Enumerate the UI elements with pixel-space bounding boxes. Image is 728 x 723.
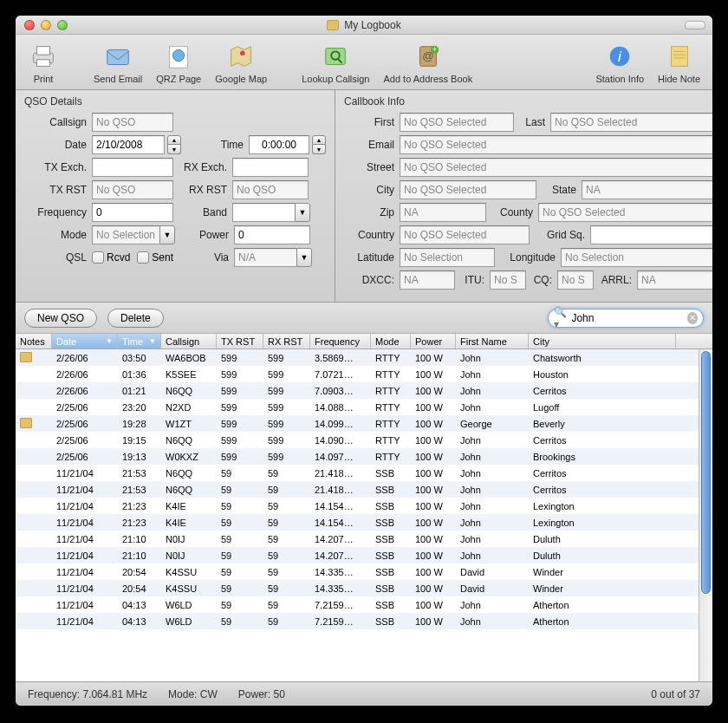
column-header[interactable]: TX RST xyxy=(217,334,263,348)
hide-note-button[interactable]: Hide Note xyxy=(658,41,700,84)
zip-field[interactable] xyxy=(400,203,486,222)
column-header[interactable]: RX RST xyxy=(263,334,310,348)
scrollbar[interactable] xyxy=(699,349,712,681)
qrz-page-button[interactable]: QRZ Page xyxy=(156,41,201,84)
cell: 100 W xyxy=(411,567,456,577)
email-field[interactable] xyxy=(400,135,712,154)
table-row[interactable]: 11/21/0421:10N0IJ595914.207…SSB100 WJohn… xyxy=(16,547,712,563)
print-button[interactable]: Print xyxy=(28,41,59,84)
table-row[interactable]: 2/25/0619:15N6QQ59959914.090…RTTY100 WJo… xyxy=(16,432,712,448)
cq-field[interactable] xyxy=(557,270,594,290)
table-row[interactable]: 11/21/0421:10N0IJ595914.207…SSB100 WJohn… xyxy=(16,531,712,547)
cell: 59 xyxy=(217,567,263,577)
send-email-button[interactable]: Send Email xyxy=(94,41,142,84)
cell: John xyxy=(456,501,529,511)
cell: Lexington xyxy=(529,501,676,511)
cell: 11/21/04 xyxy=(52,518,118,528)
column-header[interactable]: Power xyxy=(411,334,456,348)
cell: K5SEE xyxy=(161,369,217,380)
cell: John xyxy=(456,485,529,495)
cell: 59 xyxy=(263,567,310,577)
street-field[interactable] xyxy=(400,158,712,177)
table-row[interactable]: 11/21/0421:53N6QQ595921.418…SSB100 WJohn… xyxy=(16,481,712,498)
power-field[interactable] xyxy=(234,225,310,244)
last-field[interactable] xyxy=(550,113,712,132)
column-header[interactable]: Frequency xyxy=(310,334,371,348)
column-header[interactable]: City xyxy=(529,334,676,348)
first-field[interactable] xyxy=(400,113,514,132)
table-row[interactable]: 2/25/0619:28W1ZT59959914.099…RTTY100 WGe… xyxy=(16,415,712,432)
itu-label: ITU: xyxy=(455,274,484,286)
column-header[interactable]: Notes xyxy=(16,334,52,348)
dxcc-field[interactable] xyxy=(400,270,455,290)
callsign-field[interactable] xyxy=(92,113,173,132)
mode-combo[interactable]: ▼ xyxy=(92,225,175,244)
close-icon[interactable] xyxy=(24,20,35,30)
cell: SSB xyxy=(371,550,411,561)
arrl-field[interactable] xyxy=(637,270,712,290)
column-header[interactable]: First Name xyxy=(456,334,529,348)
table-row[interactable]: 11/21/0421:23K4IE595914.154…SSB100 WJohn… xyxy=(16,514,712,531)
table-row[interactable]: 11/21/0420:54K4SSU595914.335…SSB100 WDav… xyxy=(16,563,712,580)
rxrst-field[interactable] xyxy=(232,180,309,199)
lon-field[interactable] xyxy=(561,248,712,267)
cell: SSB xyxy=(371,567,411,577)
qsl-rcvd-checkbox[interactable] xyxy=(92,251,104,264)
grid-field[interactable] xyxy=(590,225,712,244)
txexch-field[interactable] xyxy=(92,158,173,177)
toolbar-toggle-button[interactable] xyxy=(685,21,705,29)
date-field[interactable] xyxy=(92,135,165,154)
table-row[interactable]: 11/21/0421:53N6QQ595921.418…SSB100 WJohn… xyxy=(16,465,712,481)
callbook-title: Callbook Info xyxy=(344,95,712,107)
table-row[interactable]: 11/21/0420:54K4SSU595914.335…SSB100 WDav… xyxy=(16,580,712,596)
new-qso-button[interactable]: New QSO xyxy=(24,309,97,328)
cell: 23:20 xyxy=(118,402,161,413)
minimize-icon[interactable] xyxy=(41,20,51,30)
itu-field[interactable] xyxy=(490,270,526,290)
table-row[interactable]: 11/21/0404:13W6LD59597.2159…SSB100 WJohn… xyxy=(16,596,712,613)
qsl-sent-checkbox[interactable] xyxy=(137,251,149,264)
via-combo[interactable]: ▼ xyxy=(234,248,312,267)
table-row[interactable]: 2/25/0619:13W0KXZ59959914.097…RTTY100 WJ… xyxy=(16,448,712,465)
cell: W6LD xyxy=(161,616,217,627)
rxexch-field[interactable] xyxy=(232,158,309,177)
table-row[interactable]: 11/21/0421:23K4IE595914.154…SSB100 WJohn… xyxy=(16,498,712,514)
table-row[interactable]: 2/26/0603:50WA6BOB5995993.5869…RTTY100 W… xyxy=(16,349,712,366)
txrst-field[interactable] xyxy=(92,180,173,199)
band-combo[interactable]: ▼ xyxy=(232,203,310,222)
delete-button[interactable]: Delete xyxy=(107,309,164,328)
column-header[interactable]: Callsign xyxy=(161,334,217,348)
freq-field[interactable] xyxy=(92,203,173,222)
table-row[interactable]: 11/21/0404:13W6LD59597.2159…SSB100 WJohn… xyxy=(16,613,712,629)
table-row[interactable]: 2/26/0601:21N6QQ5995997.0903…RTTY100 WJo… xyxy=(16,382,712,399)
county-field[interactable] xyxy=(538,203,712,222)
document-icon xyxy=(327,20,339,30)
country-field[interactable] xyxy=(400,225,530,244)
station-info-button[interactable]: i Station Info xyxy=(595,41,644,84)
column-header[interactable]: Mode xyxy=(371,334,411,348)
time-field[interactable] xyxy=(249,135,309,154)
action-bar: New QSO Delete 🔍▾ ✕ xyxy=(16,303,712,334)
cell: Chatsworth xyxy=(529,353,676,363)
city-field[interactable] xyxy=(400,180,536,199)
column-header[interactable]: Date▼ xyxy=(52,334,118,348)
clear-search-icon[interactable]: ✕ xyxy=(687,312,698,324)
lookup-callsign-button[interactable]: Lookup Callsign xyxy=(302,41,369,84)
cell: Houston xyxy=(529,369,676,380)
table-row[interactable]: 2/25/0623:20N2XD59959914.088…RTTY100 WJo… xyxy=(16,399,712,415)
time-stepper[interactable]: ▲▼ xyxy=(312,135,326,154)
search-input[interactable]: 🔍▾ ✕ xyxy=(548,309,704,328)
lat-field[interactable] xyxy=(400,248,495,267)
note-icon xyxy=(20,352,32,362)
cell: K4IE xyxy=(161,501,217,511)
scroll-thumb[interactable] xyxy=(701,351,711,594)
table-row[interactable]: 2/26/0601:36K5SEE5995997.0721…RTTY100 WJ… xyxy=(16,366,712,382)
zoom-icon[interactable] xyxy=(57,20,68,30)
cell: 7.2159… xyxy=(310,616,371,627)
cell: 11/21/04 xyxy=(52,485,118,495)
state-field[interactable] xyxy=(582,180,712,199)
date-stepper[interactable]: ▲▼ xyxy=(167,135,181,154)
google-map-button[interactable]: Google Map xyxy=(215,41,267,84)
column-header[interactable]: Time▼ xyxy=(118,334,161,348)
add-addressbook-button[interactable]: @+ Add to Address Book xyxy=(383,41,472,84)
